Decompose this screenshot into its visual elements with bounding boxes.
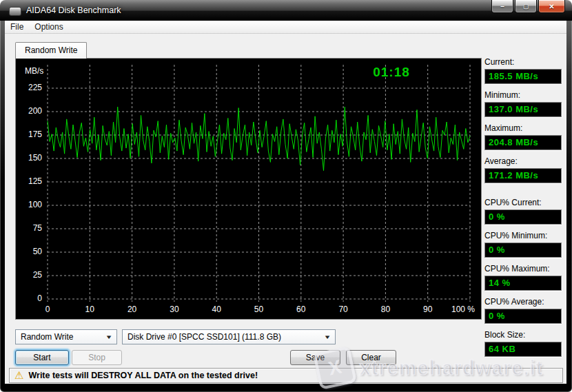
menu-item-options[interactable]: Options (29, 21, 68, 32)
y-tick-label: 125 (16, 176, 42, 186)
drive-select-value: Disk Drive #0 [SPCC SSD101] (111.8 GB) (127, 332, 321, 342)
warning-icon: ⚠ (14, 370, 23, 380)
app-window: AIDA64 Disk Benchmark – ▢ ✕ FileOptions … (0, 0, 572, 392)
stat-label: Minimum: (484, 90, 562, 100)
stat-group: Block Size:64 KB (484, 330, 562, 357)
stat-value-lcd: 185.5 MB/s (484, 69, 562, 84)
stat-value-lcd: 171.2 MB/s (484, 168, 562, 183)
stat-value-lcd: 0 % (484, 309, 562, 324)
save-button[interactable]: Save (290, 350, 340, 365)
clear-button[interactable]: Clear (346, 350, 396, 365)
stat-label: CPU% Average: (484, 297, 562, 307)
stat-label: Maximum: (484, 123, 562, 133)
stat-label: Average: (484, 156, 562, 166)
y-tick-label: 25 (16, 270, 42, 280)
x-tick-label: 100 % (445, 305, 481, 314)
stat-group: Maximum:204.8 MB/s (484, 123, 562, 150)
status-bar: ⚠ Write tests will DESTROY ALL DATA on t… (9, 368, 563, 383)
window-title: AIDA64 Disk Benchmark (26, 6, 121, 15)
x-tick-label: 20 (114, 305, 150, 314)
y-axis-unit-label: MB/s (25, 66, 43, 76)
close-icon: ✕ (549, 3, 554, 10)
y-tick-label: 50 (16, 247, 42, 256)
stat-value-lcd: 64 KB (484, 342, 562, 357)
stat-group: Average:171.2 MB/s (484, 156, 562, 183)
stat-group: CPU% Average:0 % (484, 297, 562, 324)
minimize-button[interactable]: – (491, 0, 513, 13)
menu-bar: FileOptions (5, 21, 566, 34)
maximize-button[interactable]: ▢ (515, 0, 537, 13)
stat-group: CPU% Maximum:14 % (484, 264, 562, 291)
y-tick-label: 150 (16, 153, 42, 163)
maximize-icon: ▢ (523, 3, 529, 10)
chart-plot (16, 59, 481, 319)
test-type-value: Random Write (21, 332, 103, 342)
stat-value-lcd: 137.0 MB/s (484, 102, 562, 117)
x-tick-label: 90 (410, 305, 446, 314)
app-icon (9, 7, 21, 16)
tab-random-write[interactable]: Random Write (15, 42, 87, 59)
y-tick-label: 200 (16, 106, 42, 116)
stat-group: Minimum:137.0 MB/s (484, 90, 562, 117)
window-controls: – ▢ ✕ (490, 0, 565, 13)
x-tick-label: 40 (198, 305, 234, 314)
client-area: Random Write MB/s 01:18 2252001751501251… (5, 34, 566, 384)
x-tick-label: 70 (325, 305, 361, 314)
stat-label: CPU% Minimum: (484, 231, 562, 240)
stat-value-lcd: 14 % (484, 276, 562, 291)
title-bar[interactable]: AIDA64 Disk Benchmark – ▢ ✕ (0, 0, 572, 21)
minimize-icon: – (500, 3, 504, 10)
y-tick-label: 75 (16, 223, 42, 233)
stat-value-lcd: 204.8 MB/s (484, 135, 562, 150)
chevron-down-icon: ▼ (323, 334, 331, 340)
stat-group: CPU% Minimum:0 % (484, 231, 562, 258)
x-tick-label: 60 (283, 305, 319, 314)
stop-button[interactable]: Stop (72, 350, 122, 365)
x-tick-label: 50 (241, 305, 277, 314)
tab-label: Random Write (25, 45, 77, 55)
chevron-down-icon: ▼ (105, 334, 112, 340)
stat-value-lcd: 0 % (484, 209, 562, 225)
y-tick-label: 175 (16, 130, 42, 139)
elapsed-timer: 01:18 (347, 65, 436, 80)
x-tick-label: 10 (72, 305, 108, 314)
stat-label: Current: (484, 57, 562, 67)
stat-label: CPU% Current: (484, 198, 562, 207)
stat-value-lcd: 0 % (484, 243, 562, 258)
y-tick-label: 0 (16, 293, 42, 303)
y-tick-label: 225 (16, 83, 42, 92)
stat-label: Block Size: (484, 330, 562, 340)
y-tick-label: 100 (16, 200, 42, 209)
x-tick-label: 80 (367, 305, 403, 314)
start-button[interactable]: Start (15, 350, 69, 365)
stat-group: Current:185.5 MB/s (484, 57, 562, 84)
stat-label: CPU% Maximum: (484, 264, 562, 274)
benchmark-chart: MB/s 01:18 22520017515012510075502500102… (15, 58, 482, 320)
drive-select[interactable]: Disk Drive #0 [SPCC SSD101] (111.8 GB) ▼ (122, 329, 336, 344)
x-tick-label: 30 (156, 305, 192, 314)
warning-text: Write tests will DESTROY ALL DATA on the… (28, 371, 258, 380)
close-button[interactable]: ✕ (538, 0, 565, 13)
x-tick-label: 0 (30, 305, 65, 314)
stat-group: CPU% Current:0 % (484, 198, 562, 225)
test-type-select[interactable]: Random Write ▼ (15, 329, 117, 344)
menu-item-file[interactable]: File (5, 21, 29, 32)
